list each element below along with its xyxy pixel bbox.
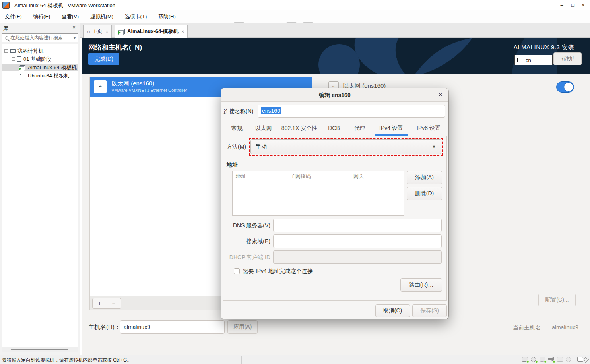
library-search[interactable]: ▾ — [2, 33, 78, 42]
status-divider — [241, 356, 242, 364]
minimize-button[interactable]: – — [557, 1, 567, 9]
menu-file[interactable]: 文件(F) — [0, 10, 27, 23]
connection-name-label: 连接名称(N) — [223, 108, 253, 115]
tree-item-folder[interactable]: 01 基础阶段 — [2, 55, 78, 63]
library-panel: 库 × ▾ 我的计算机 01 基础阶段 AlmaLinux-64-模板机 — [0, 23, 80, 355]
tab-content-panel — [223, 136, 447, 301]
status-message: 要将输入定向到该虚拟机，请在虚拟机内部单击或按 Ctrl+G。 — [2, 357, 132, 364]
dialog-close-icon[interactable]: × — [436, 88, 445, 102]
expander-icon[interactable] — [12, 57, 15, 61]
installer-header: 网络和主机名(_N) 完成(D) ALMALINUX 9.3 安装 cn 帮助! — [82, 38, 590, 74]
toggle-knob — [564, 82, 573, 92]
column-header-address: 地址 — [233, 171, 287, 181]
remove-device-button[interactable]: − — [107, 298, 121, 309]
done-button[interactable]: 完成(D) — [88, 53, 119, 65]
tab-close-icon[interactable]: × — [106, 29, 108, 34]
add-address-button[interactable]: 添加(A) — [407, 171, 442, 184]
page-title: 网络和主机名(_N) — [88, 43, 142, 52]
current-hostname-label: 当前主机名： — [513, 324, 546, 331]
add-device-button[interactable]: + — [92, 298, 107, 309]
dhcp-client-id-label: DHCP 客户端 ID — [223, 254, 270, 261]
addresses-label: 地址 — [227, 161, 238, 168]
vm-running-icon — [20, 65, 25, 70]
method-label: 方法(M) — [227, 143, 246, 151]
help-button[interactable]: 帮助! — [553, 52, 582, 65]
tab-home[interactable]: ⌂ 主页 × — [83, 25, 112, 38]
installer-brand: ALMALINUX 9.3 安装 — [514, 44, 574, 51]
computer-icon — [10, 49, 16, 53]
tree-item-my-computer[interactable]: 我的计算机 — [2, 47, 78, 55]
ethernet-plug-icon: ⌁ — [94, 80, 107, 93]
vm-tree: 我的计算机 01 基础阶段 AlmaLinux-64-模板机 Ubuntu-64… — [2, 44, 78, 352]
dialog-action-bar: 取消(C) 保存(S) — [221, 301, 448, 319]
tab-ipv4[interactable]: IPv4 设置 — [375, 122, 408, 136]
column-header-netmask: 子网掩码 — [287, 171, 350, 181]
require-ipv4-checkbox[interactable] — [234, 268, 240, 274]
search-input[interactable] — [10, 35, 74, 41]
library-title: 库 — [3, 25, 8, 32]
tab-ipv6[interactable]: IPv6 设置 — [412, 122, 445, 136]
dialog-titlebar[interactable]: 编辑 ens160 — [221, 88, 448, 102]
search-dropdown-icon[interactable]: ▾ — [74, 36, 76, 40]
keyboard-layout-indicator[interactable]: cn — [514, 55, 553, 65]
vm-icon — [20, 74, 25, 78]
vm-running-icon — [120, 29, 125, 34]
removable-device-icon[interactable] — [566, 357, 572, 362]
save-button[interactable]: 保存(S) — [412, 304, 447, 317]
connection-name-input[interactable]: ens160 — [258, 105, 445, 118]
tab-general[interactable]: 常规 — [227, 122, 247, 136]
device-title: 以太网 (ens160) — [111, 80, 154, 87]
close-button[interactable]: × — [578, 1, 588, 9]
status-divider — [574, 356, 574, 364]
tree-item-almalinux-vm[interactable]: AlmaLinux-64-模板机 — [2, 64, 78, 71]
hostname-input[interactable] — [120, 320, 225, 334]
tree-item-ubuntu-vm[interactable]: Ubuntu-64-模板机 — [2, 72, 78, 79]
keyboard-icon — [517, 58, 523, 62]
network-adapter-icon[interactable] — [540, 357, 546, 362]
delete-address-button[interactable]: 删除(D) — [407, 187, 442, 200]
message-log-icon[interactable] — [577, 357, 584, 362]
dhcp-client-id-input — [273, 250, 442, 264]
addresses-table[interactable]: 地址 子网掩码 网关 — [232, 171, 404, 216]
tab-proxy[interactable]: 代理 — [349, 122, 370, 136]
usb-icon[interactable] — [557, 357, 563, 362]
horizontal-scrollbar[interactable] — [2, 347, 78, 352]
cd-rom-icon[interactable] — [531, 357, 537, 362]
dns-input[interactable] — [273, 219, 442, 232]
window-title: AlmaLinux-64-模板机 - VMware Workstation — [14, 2, 115, 9]
menu-edit[interactable]: 编辑(E) — [28, 10, 55, 23]
require-ipv4-label: 需要 IPv4 地址完成这个连接 — [243, 268, 313, 275]
tab-ethernet[interactable]: 以太网 — [251, 122, 276, 136]
menu-help[interactable]: 帮助(H) — [153, 10, 180, 23]
tab-8021x[interactable]: 802.1X 安全性 — [278, 122, 320, 136]
routes-button[interactable]: 路由(R)… — [400, 278, 442, 292]
menu-view[interactable]: 查看(V) — [57, 10, 83, 23]
resize-grip[interactable] — [584, 357, 589, 363]
menu-tabs[interactable]: 选项卡(T) — [120, 10, 152, 23]
status-bar: 要将输入定向到该虚拟机，请在虚拟机内部单击或按 Ctrl+G。 — [0, 355, 590, 364]
tab-dcb[interactable]: DCB — [324, 122, 344, 136]
tab-strip: ⌂ 主页 × AlmaLinux-64-模板机 × — [80, 23, 590, 38]
title-bar[interactable]: AlmaLinux-64-模板机 - VMware Workstation – … — [0, 0, 590, 10]
maximize-button[interactable]: □ — [568, 1, 578, 9]
hard-disk-icon[interactable] — [522, 357, 528, 362]
current-hostname-value: almalinux9 — [552, 324, 578, 331]
device-enabled-toggle[interactable] — [556, 81, 574, 93]
search-domains-input[interactable] — [273, 234, 442, 248]
menu-vm[interactable]: 虚拟机(M) — [85, 10, 118, 23]
tab-close-icon[interactable]: × — [182, 29, 184, 34]
hostname-label: 主机名(H)： — [88, 323, 120, 331]
tab-vm-active[interactable]: AlmaLinux-64-模板机 × — [115, 25, 188, 38]
apply-button[interactable]: 应用(A) — [227, 320, 258, 334]
library-close-icon[interactable]: × — [70, 24, 78, 30]
sound-icon[interactable] — [548, 357, 555, 362]
method-dropdown[interactable]: 手动 ▼ — [250, 139, 441, 154]
expander-icon[interactable] — [4, 49, 8, 53]
configure-button[interactable]: 配置(C)... — [538, 294, 576, 306]
vmware-logo-icon — [2, 2, 10, 9]
scrollbar-thumb[interactable] — [11, 349, 68, 350]
chevron-down-icon: ▼ — [432, 140, 436, 154]
search-domains-label: 搜索域(E) — [223, 238, 270, 245]
cancel-button[interactable]: 取消(C) — [375, 304, 410, 317]
column-header-gateway: 网关 — [350, 171, 404, 181]
